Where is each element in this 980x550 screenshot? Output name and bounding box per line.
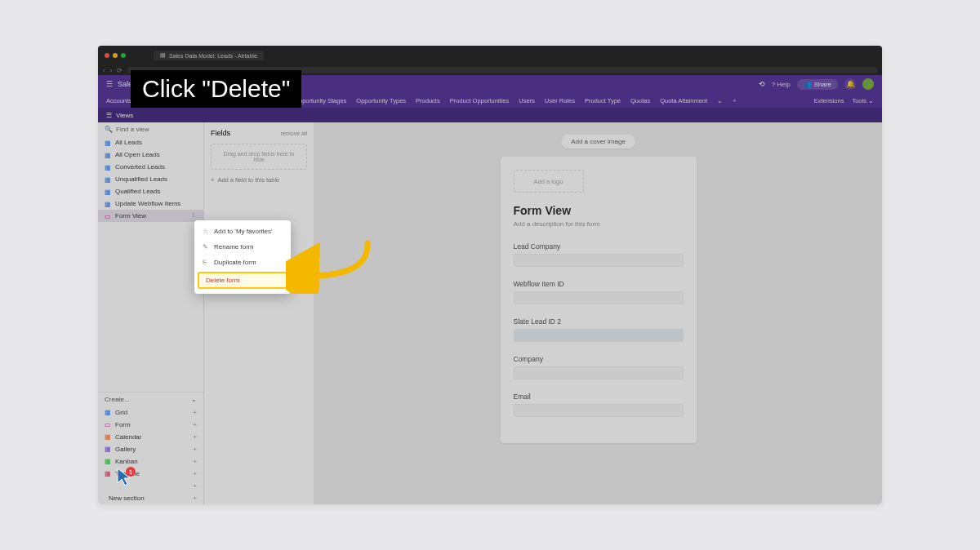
create-form[interactable]: ▭Form+ [98, 419, 203, 431]
view-qualified-leads[interactable]: ▦Qualified Leads [98, 185, 203, 197]
search-icon: 🔍 [105, 126, 113, 133]
tab-prod-opp[interactable]: Product Opportunities [450, 97, 510, 104]
field-input[interactable] [514, 254, 684, 267]
share-button[interactable]: 👥 Share [797, 79, 838, 90]
tab-products[interactable]: Products [416, 97, 440, 104]
view-all-leads[interactable]: ▦All Leads [98, 136, 203, 149]
tab-accounts[interactable]: Accounts [106, 97, 131, 104]
tab-opp-stages[interactable]: Opportunity Stages [294, 97, 346, 104]
create-grid[interactable]: ▦Grid+ [98, 406, 203, 419]
chevron-down-icon[interactable]: ⌄ [717, 97, 723, 104]
form-title[interactable]: Form View [514, 204, 684, 217]
cursor-badge: 1 [114, 467, 136, 488]
form-canvas: Add a cover image Add a logo Form View A… [314, 122, 882, 504]
menu-delete-form[interactable]: Delete form [198, 272, 287, 289]
copy-icon: ⎘ [203, 259, 209, 266]
menu-duplicate-form[interactable]: ⎘ Duplicate form [194, 255, 291, 270]
tab-quota-att[interactable]: Quota Attainment [660, 97, 707, 104]
add-cover-button[interactable]: Add a cover image [561, 135, 635, 149]
tools-link[interactable]: Tools ⌄ [852, 97, 874, 104]
form-card: Add a logo Form View Add a description f… [501, 157, 697, 443]
pencil-icon: ✎ [203, 243, 209, 251]
chevron-down-icon: ⌄ [191, 396, 197, 403]
forward-icon[interactable]: › [110, 67, 113, 74]
create-new-section[interactable]: New section+ [98, 492, 203, 504]
views-bar: ☰ Views [98, 108, 882, 122]
view-options-icon[interactable]: ⠇ [192, 212, 197, 220]
tab-title: Sales Data Model: Leads - Airtable [169, 53, 257, 59]
field-label: Lead Company [514, 242, 684, 251]
add-logo-button[interactable]: Add a logo [514, 170, 584, 193]
window-controls[interactable] [105, 53, 126, 58]
field-label: Email [514, 393, 684, 401]
view-unqualified-leads[interactable]: ▦Unqualified Leads [98, 173, 203, 185]
avatar[interactable] [862, 78, 874, 90]
create-calendar[interactable]: ▦Calendar+ [98, 431, 203, 443]
views-sidebar: 🔍 ⚙ ▦All Leads ▦All Open Leads ▦Converte… [98, 122, 204, 504]
extensions-link[interactable]: Extensions [814, 97, 844, 104]
add-field-button[interactable]: +Add a field to this table [211, 176, 307, 184]
tab-users[interactable]: Users [519, 97, 535, 104]
form-field-company: Company [514, 355, 684, 379]
add-table-button[interactable]: + [733, 97, 736, 104]
reload-icon[interactable]: ⟳ [117, 67, 122, 74]
field-input[interactable] [514, 366, 684, 379]
search-views: 🔍 ⚙ [98, 122, 203, 136]
field-input[interactable] [514, 291, 684, 304]
view-converted-leads[interactable]: ▦Converted Leads [98, 161, 203, 173]
field-label: Webflow Item ID [514, 280, 684, 288]
form-field-email: Email [514, 393, 684, 417]
people-icon: 👥 [804, 81, 812, 88]
content-area: Fields remove all Drag and drop fields h… [204, 122, 882, 504]
browser-tab[interactable]: ▤ Sales Data Model: Leads - Airtable [154, 51, 264, 60]
history-icon[interactable]: ⟲ [759, 80, 765, 88]
instruction-banner: Click "Delete" [131, 70, 301, 108]
browser-titlebar: ▤ Sales Data Model: Leads - Airtable [98, 46, 882, 65]
back-icon[interactable]: ‹ [103, 67, 105, 74]
view-form-view[interactable]: ▭Form View⠇ [98, 210, 203, 222]
field-label: Slate Lead ID 2 [514, 317, 684, 326]
views-menu-icon[interactable]: ☰ [106, 112, 112, 119]
tab-prod-type[interactable]: Product Type [585, 97, 621, 104]
views-label[interactable]: Views [116, 112, 133, 119]
create-gallery[interactable]: ▦Gallery+ [98, 443, 203, 455]
tab-favicon: ▤ [160, 52, 166, 59]
tab-quotas[interactable]: Quotas [630, 97, 650, 104]
create-header[interactable]: Create...⌄ [98, 393, 203, 406]
form-description[interactable]: Add a description for this form [514, 220, 684, 228]
form-field-lead-company: Lead Company [514, 242, 684, 267]
field-label: Company [514, 355, 684, 363]
tab-user-roles[interactable]: User Roles [545, 97, 575, 104]
view-all-open-leads[interactable]: ▦All Open Leads [98, 149, 203, 161]
menu-rename-form[interactable]: ✎ Rename form [194, 239, 291, 255]
notifications-icon[interactable]: 🔔 [844, 78, 856, 90]
field-input[interactable] [514, 404, 684, 417]
main-layout: 🔍 ⚙ ▦All Leads ▦All Open Leads ▦Converte… [98, 122, 882, 504]
help-link[interactable]: ?Help [772, 81, 791, 88]
tab-opp-types[interactable]: Opportunity Types [356, 97, 406, 104]
view-update-webflow[interactable]: ▦Update Webflow Items [98, 197, 203, 210]
drag-drop-zone[interactable]: Drag and drop fields here to hide [211, 144, 307, 170]
menu-add-favorites[interactable]: ☆ Add to 'My favorites' [194, 224, 291, 239]
create-kanban[interactable]: ▦Kanban+ [98, 455, 203, 468]
search-input[interactable] [116, 126, 202, 133]
fields-title: Fields [211, 129, 230, 137]
star-icon: ☆ [203, 228, 209, 235]
view-list: ▦All Leads ▦All Open Leads ▦Converted Le… [98, 136, 203, 392]
svg-text:1: 1 [129, 468, 133, 476]
view-context-menu: ☆ Add to 'My favorites' ✎ Rename form ⎘ … [194, 220, 291, 294]
form-field-slate-lead: Slate Lead ID 2 [514, 317, 684, 342]
remove-all-link[interactable]: remove all [281, 131, 307, 136]
hamburger-icon[interactable]: ☰ [106, 80, 113, 88]
form-field-webflow-id: Webflow Item ID [514, 280, 684, 304]
fields-panel: Fields remove all Drag and drop fields h… [204, 122, 314, 504]
field-input[interactable] [514, 329, 684, 342]
